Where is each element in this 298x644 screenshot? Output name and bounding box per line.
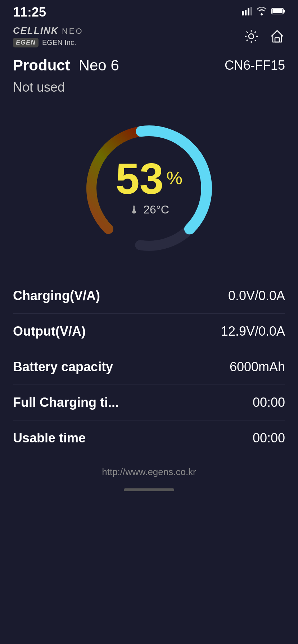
home-button[interactable] — [269, 28, 285, 44]
svg-rect-5 — [284, 10, 285, 13]
svg-rect-8 — [275, 38, 279, 42]
svg-rect-3 — [250, 7, 252, 15]
status-time: 11:25 — [13, 5, 46, 20]
signal-icon — [242, 7, 252, 18]
gauge-temp-row: 🌡 26°C — [129, 203, 169, 216]
stat-label: Usable time — [13, 431, 86, 446]
stat-label: Charging(V/A) — [13, 288, 100, 303]
gauge-center: 53 % 🌡 26°C — [116, 157, 182, 216]
stat-row: Output(V/A)12.9V/0.0A — [13, 314, 285, 349]
stat-value: 12.9V/0.0A — [221, 324, 285, 339]
settings-button[interactable] — [243, 28, 259, 44]
product-label: Product — [13, 57, 70, 74]
stat-row: Full Charging ti...00:00 — [13, 385, 285, 420]
stat-row: Charging(V/A)0.0V/0.0A — [13, 278, 285, 314]
stat-row: Battery capacity6000mAh — [13, 349, 285, 385]
stat-label: Full Charging ti... — [13, 395, 119, 410]
egen-inc-text: EGEN Inc. — [42, 38, 76, 47]
status-icons — [242, 7, 285, 18]
product-name: Neo 6 — [79, 57, 119, 74]
gauge-temp-text: 26°C — [143, 203, 169, 216]
header-icons — [243, 28, 285, 44]
svg-rect-1 — [245, 10, 247, 15]
gauge-percent-sign: % — [167, 168, 182, 189]
stat-value: 00:00 — [253, 431, 285, 446]
battery-icon — [271, 7, 285, 17]
gauge-container: 53 % 🌡 26°C — [0, 102, 298, 271]
egen-row: EGEN EGEN Inc. — [13, 38, 83, 47]
product-id: CN6-FF15 — [225, 58, 285, 73]
stat-value: 00:00 — [253, 395, 285, 410]
product-status: Not used — [0, 77, 298, 102]
stat-row: Usable time00:00 — [13, 420, 285, 456]
cellink-logo: CELLINK NEO — [13, 25, 83, 36]
bottom-bar — [0, 485, 298, 498]
neo-logo: NEO — [62, 27, 83, 36]
header: CELLINK NEO EGEN EGEN Inc. — [0, 22, 298, 51]
stat-value: 6000mAh — [230, 359, 285, 374]
stat-label: Output(V/A) — [13, 324, 86, 339]
stats-table: Charging(V/A)0.0V/0.0AOutput(V/A)12.9V/0… — [0, 271, 298, 456]
bottom-pill — [124, 488, 174, 491]
stat-value: 0.0V/0.0A — [228, 288, 285, 303]
thermometer-icon: 🌡 — [129, 203, 140, 216]
product-label-group: Product Neo 6 — [13, 57, 119, 74]
stat-label: Battery capacity — [13, 359, 113, 374]
product-row: Product Neo 6 CN6-FF15 — [0, 51, 298, 77]
svg-rect-2 — [248, 8, 249, 15]
footer-url: http://www.egens.co.kr — [102, 466, 196, 477]
gauge-number: 53 — [116, 157, 163, 200]
svg-rect-0 — [242, 11, 244, 15]
wifi-icon — [256, 7, 267, 18]
svg-rect-6 — [272, 9, 283, 13]
logo-area: CELLINK NEO EGEN EGEN Inc. — [13, 25, 83, 47]
status-bar: 11:25 — [0, 0, 298, 22]
egen-badge: EGEN — [13, 38, 39, 47]
gauge-percent-row: 53 % — [116, 157, 182, 200]
svg-point-7 — [249, 34, 254, 39]
footer: http://www.egens.co.kr — [0, 456, 298, 485]
